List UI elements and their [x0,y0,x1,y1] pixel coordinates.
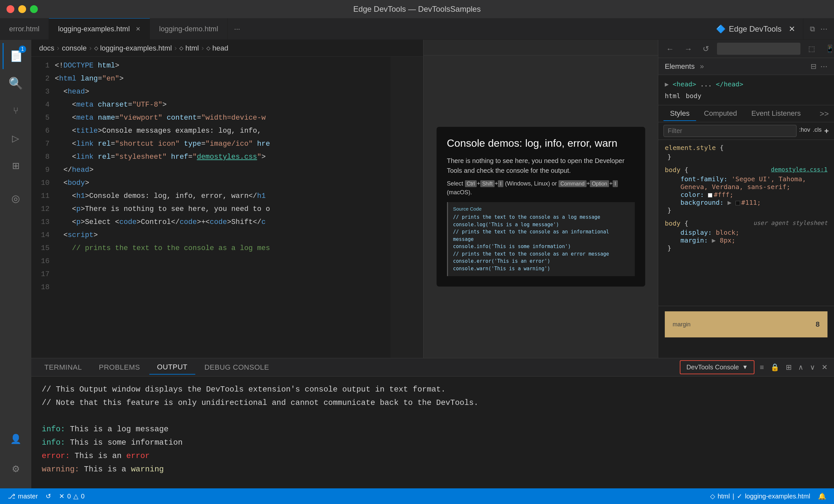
lock-icon[interactable]: 🔒 [769,362,781,373]
tab-logging-examples[interactable]: logging-examples.html ✕ [49,18,150,40]
styles-filter-buttons: :hov .cls + [799,127,829,136]
activity-extensions[interactable]: ⊞ [3,153,29,179]
html-icon: ◇ [179,45,183,51]
check-icon: ✓ [737,492,742,500]
split-editor-icon[interactable]: ⧉ [810,25,815,33]
tab-label: error.html [9,25,40,33]
tab-error-html[interactable]: error.html [0,18,49,40]
list-view-icon[interactable]: ≡ [759,362,765,373]
preview-header [423,40,658,56]
cls-button[interactable]: .cls [813,127,821,136]
forward-button[interactable]: → [682,43,695,55]
close-button[interactable] [6,5,14,13]
git-branch-icon: ⎇ [8,492,15,500]
statusbar-right: ◇ html | ✓ logging-examples.html 🔔 [710,492,826,500]
tab-computed[interactable]: Computed [697,107,744,121]
output-line-warning: warning: This is a warning [42,463,824,476]
elements-label[interactable]: Elements [665,62,695,71]
console-selector[interactable]: DevTools Console ▼ [680,360,754,374]
tab-event-listeners[interactable]: Event Listeners [745,107,807,121]
activity-edge[interactable]: ◎ [3,185,29,211]
notifications-status[interactable]: 🔔 [818,492,826,500]
account-icon-btn[interactable]: 👤 [3,426,29,452]
tab-logging-demo[interactable]: logging-demo.html [150,18,227,40]
activity-source-control[interactable]: ⑂ [3,98,29,124]
window-controls [6,5,38,13]
scroll-down-icon[interactable]: ∨ [809,362,816,373]
activity-bar: 📄 1 🔍 ⑂ ▷ ⊞ ◎ 👤 [0,40,31,488]
language-status[interactable]: ◇ html | ✓ logging-examples.html [710,492,810,500]
user-agent-label: user agent stylesheet [753,219,828,226]
styles-rules: element.style { } body { demostyles.css:… [658,140,834,306]
breadcrumb-html[interactable]: ◇ html [179,44,199,52]
back-button[interactable]: ← [663,43,677,55]
activity-explorer[interactable]: 📄 1 [3,43,29,69]
tab-problems[interactable]: PROBLEMS [91,360,148,374]
more-options-icon[interactable]: ⋯ [820,62,828,71]
preview-window: Console demos: log, info, error, warn Th… [437,127,645,287]
devtools-tab-close-icon[interactable]: ✕ [789,24,795,34]
error-count: 0 [67,492,71,500]
explorer-badge: 1 [19,46,26,53]
warning-count: 0 [81,492,84,500]
breadcrumb-file[interactable]: ◇ logging-examples.html [94,44,172,52]
split-panel-icon[interactable]: ⊟ [811,62,816,71]
dom-html-link[interactable]: html [665,91,680,101]
add-style-button[interactable]: + [824,127,829,136]
dom-body-link[interactable]: body [686,91,701,101]
head-icon: ◇ [206,45,210,51]
code-editor[interactable]: 12345 678910 1112131415 161718 <!DOCTYPE… [31,57,423,358]
activity-search[interactable]: 🔍 [3,70,29,96]
scroll-up-icon[interactable]: ∧ [797,362,805,373]
url-bar[interactable]: https://microsoftedge.github.io/DevTools… [717,43,800,55]
close-panel-icon[interactable]: ✕ [820,362,829,373]
refresh-button[interactable]: ↺ [700,43,712,55]
output-line-comment-2: // Note that this feature is only unidir… [42,396,824,410]
tab-terminal[interactable]: TERMINAL [37,360,90,374]
devtools-tab[interactable]: 🔷 Edge DevTools ✕ [708,18,803,40]
new-terminal-icon[interactable]: ⊞ [785,362,793,373]
source-control-icon: ⑂ [13,106,19,116]
tab-debug-console[interactable]: DEBUG CONSOLE [197,360,277,374]
devtools-panel: ← → ↺ https://microsoftedge.github.io/De… [658,40,834,358]
tab-styles[interactable]: Styles [663,107,696,121]
git-branch-label: master [18,492,38,500]
line-numbers: 12345 678910 1112131415 161718 [31,57,55,358]
preview-body2: Select Ctrl+Shift+I (Windows, Linux) or … [447,179,635,197]
settings-icon-btn[interactable]: ⚙ [3,456,29,482]
html-icon: ◇ [710,492,715,500]
devtools-panel-header: Elements » ⊟ ⋯ [658,58,834,75]
styles-tabs: Styles Computed Event Listeners >> [658,105,834,122]
code-line-13: <p>There is nothing to see here, you nee… [55,203,423,216]
activity-run[interactable]: ▷ [3,125,29,151]
maximize-button[interactable] [30,5,38,13]
more-actions-icon[interactable]: ⋯ [820,25,828,33]
tab-output[interactable]: OUTPUT [149,360,195,375]
preview-title: Console demos: log, info, error, warn [447,137,635,149]
errors-status[interactable]: ✕ 0 △ 0 [59,492,84,500]
preview-code-line-7: console.warn('This is a warning') [453,265,630,272]
breadcrumb-console[interactable]: console [62,44,87,52]
more-panels-icon[interactable]: » [700,62,704,71]
code-line-4: <meta charset="UTF-8"> [55,98,423,111]
styles-more-icon[interactable]: >> [820,109,829,118]
sync-status[interactable]: ↺ [46,492,51,500]
hov-button[interactable]: :hov [799,127,810,136]
dom-head-row: ▶ <head> ... </head> [665,79,828,89]
inspect-icon[interactable]: ⬚ [806,43,818,54]
tab-close-icon[interactable]: ✕ [136,25,140,32]
tabs-more-button[interactable]: ··· [227,25,246,33]
style-rule-element: element.style { } [665,144,828,161]
tab-label: logging-demo.html [159,25,218,33]
code-line-9: </head> [55,163,423,177]
demostyles-source-link[interactable]: demostyles.css:1 [771,166,828,173]
breadcrumb: docs › console › ◇ logging-examples.html… [31,40,423,57]
breadcrumb-head[interactable]: ◇ head [206,44,228,52]
breadcrumb-docs[interactable]: docs [39,44,54,52]
error-icon: ✕ [59,492,65,500]
git-branch-status[interactable]: ⎇ master [8,492,38,500]
preview-code-line-5: // prints the text to the console as an … [453,250,630,258]
device-icon[interactable]: 📱 [823,43,834,54]
styles-filter-input[interactable] [663,125,796,137]
minimize-button[interactable] [18,5,26,13]
